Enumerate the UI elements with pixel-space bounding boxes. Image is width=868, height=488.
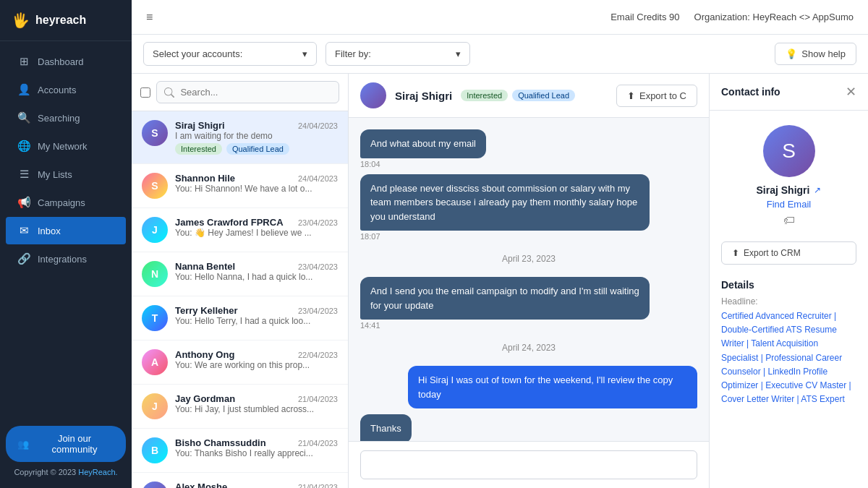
conv-name: Terry Kelleher bbox=[175, 305, 237, 316]
conv-search-bar bbox=[132, 74, 348, 111]
sidebar-item-label: Accounts bbox=[38, 85, 76, 95]
conv-name: James Crawford FPRCA bbox=[175, 217, 284, 228]
msg-bubble: Hi Siraj I was out of town for the weeke… bbox=[408, 366, 697, 408]
tag-icon[interactable]: 🏷 bbox=[783, 214, 795, 227]
accounts-icon: 👤 bbox=[17, 83, 30, 96]
conv-preview: You: We are working on this prop... bbox=[175, 360, 334, 370]
sidebar-item-searching[interactable]: 🔍 Searching bbox=[6, 104, 126, 132]
sidebar-item-label: Searching bbox=[38, 113, 80, 124]
conv-name: Shannon Hile bbox=[175, 173, 235, 184]
msg-group: And what about my email 18:04 bbox=[360, 129, 697, 168]
chat-badge-interested: Interested bbox=[461, 90, 508, 101]
conv-date: 24/04/2023 bbox=[298, 174, 338, 183]
select-accounts-dropdown[interactable]: Select your accounts: ▾ bbox=[143, 42, 317, 66]
campaigns-icon: 📢 bbox=[17, 196, 30, 209]
msg-time: 14:41 bbox=[360, 321, 380, 330]
details-section: Details Headline: Certified Advanced Rec… bbox=[710, 270, 868, 415]
sidebar-item-accounts[interactable]: 👤 Accounts bbox=[6, 76, 126, 103]
topbar: ≡ Email Credits 90 Organization: HeyReac… bbox=[132, 0, 868, 35]
close-button[interactable]: ✕ bbox=[846, 84, 856, 100]
conv-item-bisho[interactable]: B Bisho Chamssuddin 21/04/2023 You: Than… bbox=[132, 429, 348, 473]
conv-item-alex[interactable]: A Alex Moshe 21/04/2023 bbox=[132, 473, 348, 488]
sidebar-footer: 👥 Join our community Copyright © 2023 He… bbox=[0, 417, 132, 488]
conv-name: Bisho Chamssuddin bbox=[175, 437, 266, 448]
conv-item-siraj[interactable]: S Siraj Shigri 24/04/2023 I am waiting f… bbox=[132, 111, 348, 164]
logo-text: heyreach bbox=[35, 14, 86, 27]
menu-icon[interactable]: ≡ bbox=[146, 11, 153, 24]
filterbar: Select your accounts: ▾ Filter by: ▾ 💡 S… bbox=[132, 35, 868, 74]
conv-item-james[interactable]: J James Crawford FPRCA 23/04/2023 You: 👋… bbox=[132, 208, 348, 252]
conv-item-nanna[interactable]: N Nanna Bentel 23/04/2023 You: Hello Nan… bbox=[132, 252, 348, 296]
filter-by-dropdown[interactable]: Filter by: ▾ bbox=[326, 42, 470, 66]
sidebar-item-label: My Lists bbox=[38, 169, 72, 180]
filter-by-chevron: ▾ bbox=[456, 48, 461, 59]
msg-bubble: Thanks bbox=[360, 414, 412, 441]
avatar-jay: J bbox=[142, 393, 168, 419]
export-crm-button[interactable]: ⬆ Export to CRM bbox=[721, 241, 856, 265]
badge-qualified: Qualified Lead bbox=[226, 143, 289, 155]
avatar-anthony: A bbox=[142, 349, 168, 375]
sidebar-item-network[interactable]: 🌐 My Network bbox=[6, 132, 126, 160]
conv-item-terry[interactable]: T Terry Kelleher 23/04/2023 You: Hello T… bbox=[132, 296, 348, 341]
details-title: Details bbox=[721, 279, 856, 291]
avatar-alex: A bbox=[142, 481, 168, 488]
msg-time: 18:07 bbox=[360, 232, 380, 241]
avatar-james: J bbox=[142, 217, 168, 243]
conv-item-jay[interactable]: J Jay Gordman 21/04/2023 You: Hi Jay, I … bbox=[132, 385, 348, 429]
show-help-button[interactable]: 💡 Show help bbox=[775, 43, 856, 65]
chat-header: Siraj Shigri Interested Qualified Lead ⬆… bbox=[349, 74, 709, 118]
conv-items: S Siraj Shigri 24/04/2023 I am waiting f… bbox=[132, 111, 348, 488]
logo-icon: 🖐 bbox=[12, 12, 30, 29]
show-help-label: Show help bbox=[801, 48, 846, 59]
conv-preview: You: Thanks Bisho I really appreci... bbox=[175, 448, 334, 458]
dashboard-icon: ⊞ bbox=[17, 55, 30, 68]
conv-preview: You: Hi Jay, I just stumbled across... bbox=[175, 404, 334, 414]
chat-panel: Siraj Shigri Interested Qualified Lead ⬆… bbox=[349, 74, 709, 488]
conversation-list: S Siraj Shigri 24/04/2023 I am waiting f… bbox=[132, 74, 349, 488]
community-button[interactable]: 👥 Join our community bbox=[6, 426, 126, 462]
chat-badge-qualified: Qualified Lead bbox=[512, 90, 575, 101]
conv-preview: You: 👋 Hey James! I believe we ... bbox=[175, 228, 334, 238]
conv-date: 21/04/2023 bbox=[298, 395, 338, 403]
export-button[interactable]: ⬆ Export to C bbox=[616, 85, 697, 107]
chat-input-bar bbox=[349, 441, 709, 488]
avatar-siraj: S bbox=[142, 120, 168, 146]
msg-bubble: And what about my email bbox=[360, 129, 486, 158]
chat-messages: And what about my email 18:04 And please… bbox=[349, 118, 709, 441]
sidebar-item-lists[interactable]: ☰ My Lists bbox=[6, 160, 126, 188]
conv-date: 23/04/2023 bbox=[298, 307, 338, 315]
sidebar-item-inbox[interactable]: ✉ Inbox bbox=[6, 217, 126, 244]
contact-avatar-section: S Siraj Shigri ↗ Find Email 🏷 bbox=[710, 111, 868, 236]
share-icon: ⬆ bbox=[732, 248, 739, 258]
external-link-icon[interactable]: ↗ bbox=[814, 185, 821, 195]
avatar-terry: T bbox=[142, 305, 168, 331]
sidebar-item-campaigns[interactable]: 📢 Campaigns bbox=[6, 189, 126, 216]
conv-item-anthony[interactable]: A Anthony Ong 22/04/2023 You: We are wor… bbox=[132, 341, 348, 385]
bulb-icon: 💡 bbox=[786, 48, 797, 59]
conv-item-shannon[interactable]: S Shannon Hile 24/04/2023 You: Hi Shanno… bbox=[132, 164, 348, 208]
msg-group: Thanks 08:38 bbox=[360, 414, 697, 441]
select-all-checkbox[interactable] bbox=[140, 87, 150, 98]
network-icon: 🌐 bbox=[17, 140, 30, 153]
contact-panel-header: Contact info ✕ bbox=[710, 74, 868, 111]
avatar-shannon: S bbox=[142, 173, 168, 199]
search-input[interactable] bbox=[156, 81, 339, 103]
export-label: Export to C bbox=[639, 90, 686, 101]
export-crm-label: Export to CRM bbox=[744, 248, 801, 258]
headline-text: Certified Advanced Recruiter | Double-Ce… bbox=[721, 309, 856, 406]
msg-group: And please never dissciss sbout commissi… bbox=[360, 174, 697, 241]
find-email-link[interactable]: Find Email bbox=[767, 199, 811, 210]
main-content: ≡ Email Credits 90 Organization: HeyReac… bbox=[132, 0, 868, 488]
conv-date: 23/04/2023 bbox=[298, 262, 338, 271]
sidebar-item-dashboard[interactable]: ⊞ Dashboard bbox=[6, 48, 126, 75]
sidebar-item-label: Dashboard bbox=[38, 56, 84, 67]
copyright-link[interactable]: HeyReach. bbox=[78, 468, 117, 476]
date-divider: April 23, 2023 bbox=[360, 254, 697, 264]
msg-bubble: And please never dissciss sbout commissi… bbox=[360, 174, 650, 231]
sidebar-nav: ⊞ Dashboard 👤 Accounts 🔍 Searching 🌐 My … bbox=[0, 41, 132, 417]
avatar-nanna: N bbox=[142, 261, 168, 287]
sidebar-item-integrations[interactable]: 🔗 Integrations bbox=[6, 245, 126, 273]
sidebar-item-label: Integrations bbox=[38, 254, 87, 265]
contact-panel-title: Contact info bbox=[721, 86, 780, 98]
chat-input[interactable] bbox=[360, 450, 697, 479]
